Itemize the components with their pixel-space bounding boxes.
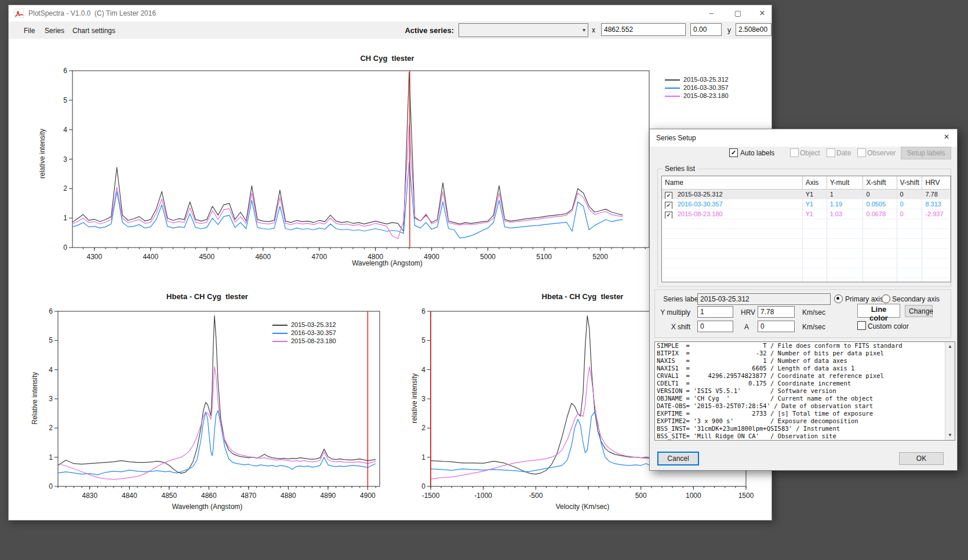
table-cell [662, 278, 803, 282]
auto-labels-checkbox[interactable]: ✓ [729, 148, 738, 157]
legend-entry: 2015-03-25.312 [272, 321, 336, 329]
table-cell [922, 219, 951, 228]
fits-scrollbar[interactable]: ▲ ▼ [945, 342, 955, 440]
x-shift-label: X shift [650, 323, 690, 331]
series-row[interactable]: ✓2016-03-30.357Y11.190.050508.313 [662, 199, 951, 209]
dialog-title: Series Setup [656, 134, 696, 142]
date-checkbox[interactable] [827, 148, 835, 157]
series-label-label: Series label [658, 295, 700, 303]
table-cell [827, 229, 864, 238]
legend-entry: 2016-03-30.357 [272, 329, 336, 337]
table-cell: 7.78 [922, 190, 951, 199]
y-tick-label: 2 [63, 184, 67, 192]
table-cell [863, 229, 897, 238]
fits-header-line: DATE-OBS= '2015-03-25T07:28:54' / Date o… [655, 402, 955, 410]
maximize-button[interactable]: ▢ [729, 6, 747, 20]
table-cell: 0.0505 [863, 199, 897, 209]
table-cell [922, 249, 951, 258]
scroll-up-icon[interactable]: ▲ [945, 342, 955, 351]
table-cell [827, 259, 864, 268]
hbeta-wavelength-plot[interactable]: 483048404850486048704880489049000123456 [20, 287, 394, 501]
y-multiply-field[interactable]: 1 [697, 306, 733, 318]
x-tick-label: 4870 [241, 492, 257, 500]
column-header[interactable]: Name [662, 176, 803, 189]
column-header[interactable]: Y-mult [827, 176, 864, 189]
x-shift-field[interactable] [690, 23, 722, 36]
table-cell [897, 229, 923, 238]
legend-line-swatch [272, 325, 288, 326]
table-cell [827, 268, 864, 278]
table-cell [827, 239, 864, 248]
y-tick-label: 6 [49, 307, 53, 315]
primary-axis-radio[interactable] [834, 294, 843, 303]
y-tick-label: 4 [421, 366, 425, 374]
close-button[interactable]: ✕ [753, 6, 772, 20]
legend-label: 2015-08-23.180 [291, 337, 336, 344]
table-cell: 1.03 [827, 209, 864, 219]
minimize-button[interactable]: – [702, 6, 720, 20]
y-coordinate-field[interactable] [736, 23, 772, 36]
table-cell [863, 278, 897, 282]
table-cell [922, 259, 951, 268]
cancel-button[interactable]: Cancel [657, 452, 699, 466]
x-tick-label: 1000 [686, 492, 701, 500]
series-row[interactable]: ✓2015-03-25.312Y11007.78 [662, 190, 951, 199]
x-shift-field-a[interactable]: 0 [697, 321, 733, 332]
series-visible-checkbox[interactable]: ✓ [665, 212, 672, 219]
y-tick-label: 2 [49, 424, 53, 432]
legend-line-swatch [665, 96, 680, 97]
x-tick-label: 4880 [281, 492, 296, 500]
setup-labels-button[interactable]: Setup labels [901, 147, 951, 159]
x-tick-label: 1500 [738, 492, 754, 500]
y-tick-label: 1 [421, 453, 425, 461]
column-header[interactable]: HRV [922, 176, 951, 189]
table-cell [803, 249, 827, 258]
custom-color-checkbox[interactable] [857, 321, 866, 330]
hrv-field[interactable]: 7.78 [758, 306, 795, 318]
table-cell: ✓2015-03-25.312 [662, 190, 803, 199]
series-label-field[interactable]: 2015-03-25.312 [697, 293, 831, 305]
table-cell [662, 259, 803, 268]
table-cell: 0 [897, 199, 923, 209]
y-tick-label: 2 [421, 424, 425, 432]
y-coordinate-label: y [727, 26, 731, 34]
series-visible-checkbox[interactable]: ✓ [665, 192, 672, 199]
active-series-dropdown[interactable]: CH Cyg 2015-03-25.312 tlester ▾ [458, 23, 588, 37]
hbeta-velocity-xlabel: Velocity (Km/sec) [394, 503, 771, 511]
dialog-close-icon[interactable]: ✕ [940, 133, 954, 143]
menu-series[interactable]: Series [41, 26, 68, 36]
table-cell [897, 268, 923, 278]
x-tick-label: 4890 [321, 492, 336, 500]
line-color-button[interactable]: Line color [857, 304, 900, 318]
menu-file[interactable]: File [20, 26, 38, 36]
ok-button[interactable]: OK [899, 452, 944, 465]
change-button[interactable]: Change [905, 305, 933, 317]
secondary-axis-radio[interactable] [882, 294, 890, 303]
fits-header-box[interactable]: ▲ ▼ SIMPLE = T / File does conform to FI… [654, 341, 955, 441]
y-tick-label: 0 [421, 482, 425, 490]
column-header[interactable]: Axis [803, 176, 827, 189]
angstrom-label: A [744, 323, 749, 331]
table-cell [803, 219, 827, 228]
series-row[interactable]: ✓2015-08-23.180Y11.030.06780-2.937 [662, 209, 951, 219]
empty-row [662, 259, 951, 268]
series-list-group-label: Series list [663, 165, 697, 173]
y-tick-label: 4 [49, 366, 53, 374]
table-cell [803, 268, 827, 278]
column-header[interactable]: X-shift [863, 176, 897, 189]
fits-header-line: NAXIS = 1 / Number of data axes [655, 357, 955, 365]
series-list-table[interactable]: NameAxisY-multX-shiftV-shiftHRV✓2015-03-… [661, 176, 951, 282]
y-tick-label: 4 [63, 126, 67, 134]
x-shift-field-kms[interactable]: 0 [758, 321, 795, 332]
observer-checkbox[interactable] [857, 148, 866, 157]
object-checkbox[interactable] [790, 148, 799, 157]
scroll-down-icon[interactable]: ▼ [945, 431, 955, 440]
column-header[interactable]: V-shift [897, 176, 923, 189]
menu-chart-settings[interactable]: Chart settings [69, 26, 119, 36]
dialog-title-bar: Series Setup ✕ [650, 129, 957, 147]
table-cell: 0 [863, 190, 897, 199]
x-coordinate-field[interactable] [601, 23, 686, 36]
legend-line-swatch [272, 333, 288, 334]
series-visible-checkbox[interactable]: ✓ [665, 202, 672, 209]
table-cell [897, 219, 923, 228]
